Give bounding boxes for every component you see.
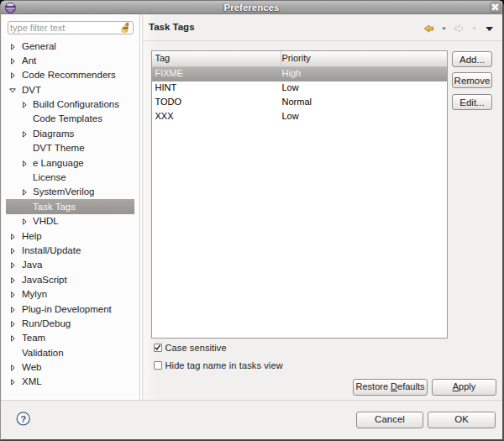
svg-text:?: ?	[20, 414, 26, 424]
